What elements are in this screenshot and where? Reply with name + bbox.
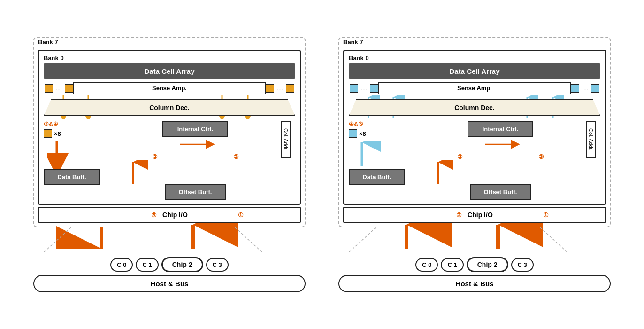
offset-buff-2: Offset Buff. [470,184,531,200]
chip-io-1: ⑤ Chip I/O ① [38,207,301,223]
diagram-1: Bank 7 Bank 0 Data Cell Array … Sense Am… [24,37,315,292]
sense-amp-left-1: … [45,84,73,93]
sense-amp-left-2: … [350,84,378,93]
data-arrow-down-svg-1 [47,141,76,169]
host-bus-1: Host & Bus [33,275,306,292]
dashed-area-2 [338,227,611,253]
bank0-label-1: Bank 0 [44,55,295,62]
col-dec-1: Column Dec. [44,99,295,116]
step2-right-1: ② [233,153,239,160]
col-addr-2: Col. Addr. [586,121,596,158]
sense-amp-box-2: Sense Amp. [378,82,571,94]
step45-label: ④&⑤ [349,121,363,127]
internal-ctrl-1: Internal Ctrl. [162,121,228,137]
up-arrows-center-1 [114,160,276,184]
up-arrows-center-2 [419,160,582,184]
offset-buff-1: Offset Buff. [165,184,226,200]
middle-section-1: ③&④ ×8 [44,121,295,200]
sense-square-1a [45,84,53,93]
sense-square-2b [370,84,378,93]
bank7-label-2: Bank 7 [343,39,363,46]
chip-io-text-1: Chip I/O [162,211,188,219]
sense-amp-right-1: … [266,84,294,93]
chip-outer-1: Bank 7 Bank 0 Data Cell Array … Sense Am… [33,37,306,227]
step3-right-2: ③ [538,153,544,160]
step2-chip-io-2: ② [456,212,462,219]
chip-c2-1: Chip 2 [161,257,203,272]
step5-label: ⑤ [151,212,157,219]
x8-label-2: ×8 [359,130,366,137]
chip-inner-2: Bank 0 Data Cell Array … Sense Amp. [343,50,606,205]
sense-square-2a [350,84,358,93]
dashed-area-1 [33,227,306,253]
col-addr-1: Col. Addr. [281,121,291,158]
x8-square-1 [44,129,52,138]
x8-square-2 [349,129,357,138]
bank7-label-1: Bank 7 [38,39,58,46]
step34-label: ③&④ [44,121,58,127]
x8-label-1: ×8 [54,130,61,137]
host-bus-2: Host & Bus [338,275,611,292]
sense-amp-row-2: … Sense Amp. … [349,82,600,94]
chip-c1-1: C 1 [136,258,158,272]
chip-io-2: ② Chip I/O ① [343,207,606,223]
sense-square-1b [65,84,73,93]
svg-line-20 [348,227,376,253]
bus-row-1: C 0 C 1 Chip 2 C 3 [24,257,315,272]
svg-line-10 [235,227,263,253]
step1-chip-io-1: ① [238,212,244,219]
chip-c3-1: C 3 [206,258,229,272]
data-cell-array-1: Data Cell Array [44,63,295,79]
col-dec-2: Column Dec. [349,99,600,116]
chip-c0-1: C 0 [110,258,133,272]
chip-c2-2: Chip 2 [467,257,508,272]
main-container: Bank 7 Bank 0 Data Cell Array … Sense Am… [19,32,625,297]
sense-square-1d [286,84,294,93]
data-buff-2: Data Buff. [349,169,405,185]
sense-amp-right-2: … [571,84,599,93]
chip-c0-2: C 0 [415,258,438,272]
chip-io-text-2: Chip I/O [468,211,493,219]
middle-section-2: ④&⑤ ×8 [349,121,600,200]
col-dec-wrapper-1: Column Dec. [44,95,295,119]
sense-square-2c [571,84,579,93]
bank0-label-2: Bank 0 [349,55,600,62]
dashed-lines-svg-2 [338,227,611,253]
svg-line-9 [43,227,71,253]
svg-line-21 [540,227,568,253]
chip-c1-2: C 1 [441,258,463,272]
data-arrow-up-svg-2 [353,141,381,169]
dashed-lines-svg-1 [33,227,306,253]
bus-row-2: C 0 C 1 Chip 2 C 3 [329,257,620,272]
sense-square-2d [591,84,599,93]
sense-square-1c [266,84,274,93]
internal-ctrl-2: Internal Ctrl. [468,121,533,137]
data-buff-1: Data Buff. [44,169,100,185]
chip-inner-1: Bank 0 Data Cell Array … Sense Amp. [38,50,301,205]
sense-amp-row-1: … Sense Amp. … [44,82,295,94]
data-cell-array-2: Data Cell Array [349,63,600,79]
step3-left-2: ③ [457,153,463,160]
diagram-2: Bank 7 Bank 0 Data Cell Array … Sense Am… [329,37,620,292]
chip-outer-2: Bank 7 Bank 0 Data Cell Array … Sense Am… [338,37,611,227]
chip-c3-2: C 3 [511,258,534,272]
step1-chip-io-2: ① [543,212,549,219]
step2-left-1: ② [152,153,158,160]
sense-amp-box-1: Sense Amp. [73,82,266,94]
col-dec-wrapper-2: Column Dec. [349,95,600,119]
